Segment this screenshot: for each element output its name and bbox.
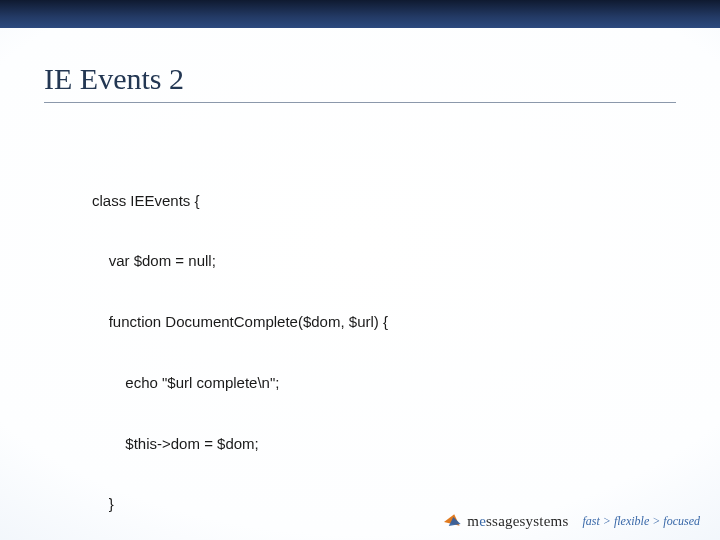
logo-mark-icon [445,512,463,530]
code-block: class IEEvents { var $dom = null; functi… [92,150,660,540]
code-line: $this->dom = $dom; [92,434,660,454]
code-line: var $dom = null; [92,251,660,271]
slide-title: IE Events 2 [44,62,676,96]
footer: messagesystems fast > flexible > focused [445,512,700,530]
code-line: echo "$url complete\n"; [92,373,660,393]
title-underline [44,102,676,103]
footer-logo: messagesystems [445,512,568,530]
logo-text: messagesystems [467,513,568,530]
logo-prefix: m [467,513,479,529]
header-bar [0,0,720,28]
slide-body: class IEEvents { var $dom = null; functi… [92,150,660,540]
slide: IE Events 2 class IEEvents { var $dom = … [0,0,720,540]
code-line: class IEEvents { [92,191,660,211]
footer-tagline: fast > flexible > focused [582,514,700,529]
code-line: function DocumentComplete($dom, $url) { [92,312,660,332]
logo-rest: ssagesystems [486,513,568,529]
title-area: IE Events 2 [44,62,676,103]
